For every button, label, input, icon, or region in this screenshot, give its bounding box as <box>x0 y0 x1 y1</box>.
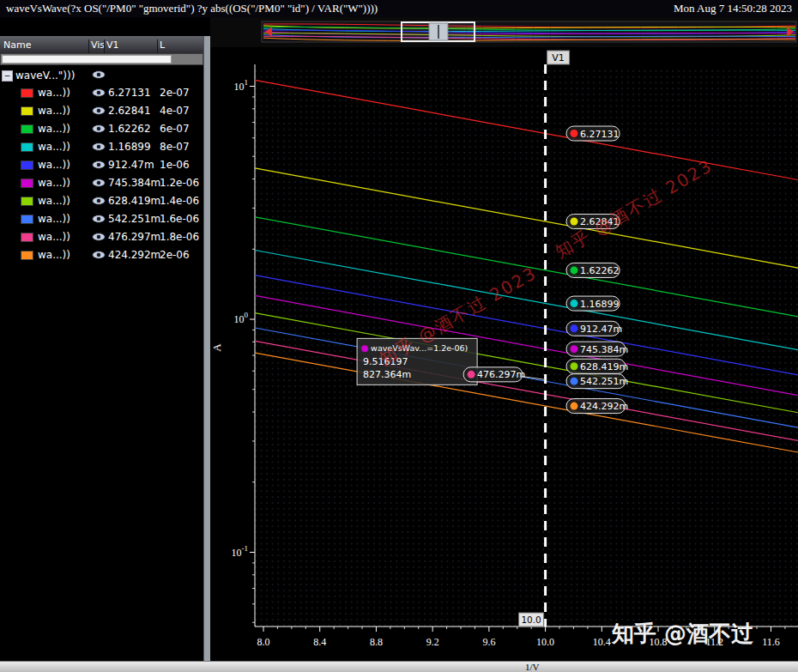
y-axis-title: A <box>210 343 223 352</box>
trace-row[interactable]: wa...)) 2.62841 4e-07 <box>0 102 203 120</box>
marker-value-badge[interactable]: 2.62841 <box>566 215 620 229</box>
visibility-eye-icon[interactable] <box>92 179 106 187</box>
x-tick-label: 8.8 <box>370 636 383 648</box>
tooltip-x-value: 9.516197 <box>363 356 408 367</box>
bottom-status-bar: 1/V <box>0 661 798 672</box>
trace-l-value: 1.2e-06 <box>160 177 199 189</box>
trace-l-value: 8e-07 <box>160 141 190 153</box>
trace-name: wa...)) <box>38 195 70 207</box>
trace-v1-value: 542.251m <box>108 213 160 225</box>
visibility-eye-icon[interactable] <box>92 142 106 151</box>
visibility-eye-icon[interactable] <box>92 88 106 97</box>
x-tick-label: 11.2 <box>705 636 723 648</box>
column-header-v1[interactable]: V1 <box>106 39 119 51</box>
y-tick-label: 101 <box>234 78 249 93</box>
trace-row[interactable]: wa...)) 6.27131 2e-07 <box>0 84 203 102</box>
trace-l-value: 4e-07 <box>160 105 190 117</box>
trace-v1-value: 1.62262 <box>108 123 151 135</box>
window-title-expression: waveVsWave(?x OS("/PM0" "gmoverid") ?y a… <box>6 2 378 15</box>
trace-row[interactable]: wa...)) 1.16899 8e-07 <box>0 138 203 156</box>
marker-value-badge[interactable]: 476.297m <box>463 367 525 382</box>
vertical-scrollbar[interactable] <box>203 36 210 661</box>
marker-value-badge[interactable]: 912.47m <box>566 321 622 336</box>
badge-value: 745.384m <box>580 344 628 355</box>
visibility-eye-icon[interactable] <box>92 106 106 115</box>
y-tick-label: 100 <box>234 311 249 325</box>
x-tick-label: 8.4 <box>313 636 326 648</box>
visibility-eye-icon[interactable] <box>92 215 106 223</box>
badge-dot-icon <box>571 218 578 226</box>
trace-row[interactable]: wa...)) 745.384m 1.2e-06 <box>0 174 203 192</box>
column-header-bar: Name Vis V1 L <box>0 36 203 53</box>
visibility-eye-icon[interactable] <box>92 70 106 79</box>
x-tick-label: 8.0 <box>257 636 270 648</box>
marker-value-badge[interactable]: 6.27131 <box>566 126 620 141</box>
trace-v1-value: 2.62841 <box>108 105 151 117</box>
trace-name: wa...)) <box>38 87 70 99</box>
horizontal-scrollbar[interactable] <box>0 53 203 65</box>
badge-value: 542.251m <box>580 376 628 387</box>
badge-dot-icon <box>571 266 578 274</box>
tooltip-trace-dot-icon <box>361 345 368 352</box>
trace-row[interactable]: wa...)) 542.251m 1.6e-06 <box>0 210 203 228</box>
badge-dot-icon <box>571 362 578 370</box>
trace-color-swatch <box>21 124 33 134</box>
visibility-eye-icon[interactable] <box>92 124 106 133</box>
tooltip-trace-name: waveVsWav...=1.2e-06) <box>371 343 468 353</box>
marker-value-badge[interactable]: 745.384m <box>566 342 628 356</box>
column-header-vis[interactable]: Vis <box>91 39 105 51</box>
badge-value: 1.62262 <box>580 265 620 276</box>
trace-color-swatch <box>21 233 33 242</box>
horizontal-scrollbar-thumb[interactable] <box>2 55 172 64</box>
marker-value-badge[interactable]: 424.292m <box>566 399 628 414</box>
trace-row[interactable]: wa...)) 628.419m 1.4e-06 <box>0 192 203 210</box>
column-header-name[interactable]: Name <box>3 39 31 51</box>
trace-name: wa...)) <box>38 249 70 261</box>
trace-row[interactable]: wa...)) 424.292m 2e-06 <box>0 246 203 264</box>
trace-v1-value: 1.16899 <box>108 141 151 153</box>
visibility-eye-icon[interactable] <box>92 251 106 259</box>
overview-navigator[interactable] <box>210 17 798 47</box>
trace-name: wa...)) <box>38 231 70 243</box>
visibility-eye-icon[interactable] <box>92 160 106 169</box>
trace-name: wa...)) <box>38 105 70 117</box>
trace-tooltip: waveVsWav...=1.2e-06)9.516197827.364m <box>357 338 477 384</box>
marker-value-badge[interactable]: 628.419m <box>566 359 628 373</box>
x-tick-label: 10.8 <box>650 636 668 648</box>
trace-color-swatch <box>21 215 33 224</box>
trace-row[interactable]: wa...)) 1.62262 6e-07 <box>0 120 203 138</box>
trace-v1-value: 476.297m <box>108 231 160 243</box>
badge-dot-icon <box>571 403 578 410</box>
trace-color-swatch <box>21 197 33 206</box>
waveform-viewer-window: waveVsWave(?x OS("/PM0" "gmoverid") ?y a… <box>0 0 798 672</box>
navigator-minimap[interactable] <box>210 17 798 47</box>
v1-marker-label: V1 <box>552 52 565 64</box>
marker-value-badge[interactable]: 542.251m <box>566 374 628 389</box>
badge-dot-icon <box>571 378 578 385</box>
trace-l-value: 2e-06 <box>160 249 190 261</box>
trace-name: wa...)) <box>38 213 70 225</box>
tooltip-y-value: 827.364m <box>363 369 411 380</box>
marker-value-badge[interactable]: 1.62262 <box>566 263 620 277</box>
trace-panel: Name Vis V1 L − waveV..."))) wa...)) <box>0 17 210 661</box>
trace-group-row[interactable]: − waveV..."))) <box>0 67 203 84</box>
trace-name: wa...)) <box>38 159 70 171</box>
x-tick-label: 10.0 <box>536 636 554 648</box>
trace-v1-value: 6.27131 <box>108 87 151 99</box>
marker-value-badge[interactable]: 1.16899 <box>566 296 620 311</box>
collapse-icon[interactable]: − <box>2 70 13 82</box>
badge-dot-icon <box>571 345 578 353</box>
column-header-l[interactable]: L <box>160 39 165 51</box>
x-tick-label: 9.2 <box>426 636 439 648</box>
badge-value: 912.47m <box>580 324 622 335</box>
badge-dot-icon <box>571 324 578 332</box>
trace-row[interactable]: wa...)) 912.47m 1e-06 <box>0 156 203 174</box>
trace-color-swatch <box>21 179 33 188</box>
trace-name: wa...)) <box>38 141 70 153</box>
visibility-eye-icon[interactable] <box>92 233 106 241</box>
plot-canvas[interactable]: 8.08.48.89.29.610.010.410.811.211.610110… <box>210 47 798 661</box>
visibility-eye-icon[interactable] <box>92 197 106 205</box>
trace-color-swatch <box>21 160 33 170</box>
trace-row[interactable]: wa...)) 476.297m 1.8e-06 <box>0 228 203 246</box>
trace-color-swatch <box>21 142 33 152</box>
